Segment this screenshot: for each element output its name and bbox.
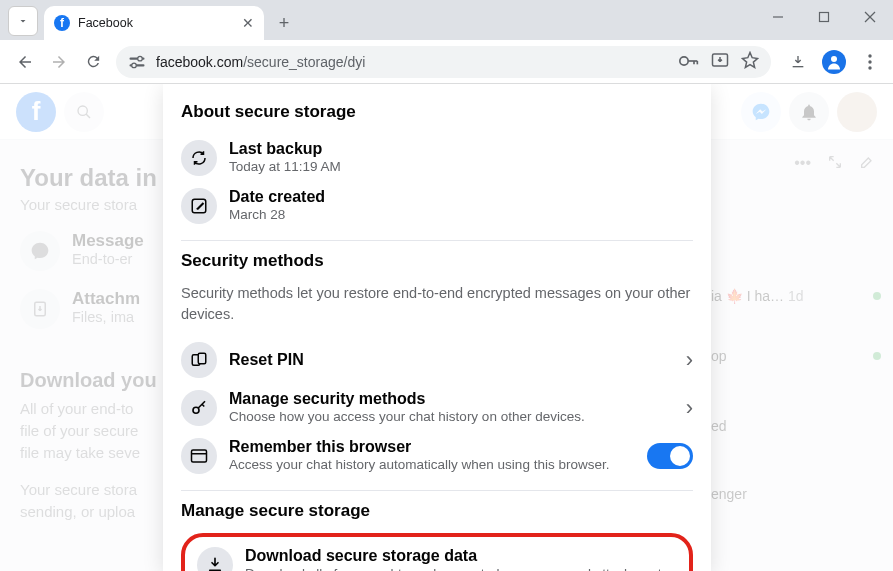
tab-search-button[interactable] (8, 6, 38, 36)
remember-browser-toggle[interactable] (647, 443, 693, 469)
security-methods-heading: Security methods (181, 251, 693, 271)
window-minimize-button[interactable] (755, 0, 801, 34)
remember-browser-row: Remember this browser Access your chat h… (181, 432, 693, 480)
more-icon[interactable]: ••• (794, 154, 811, 174)
messenger-icon (20, 231, 60, 271)
svg-line-26 (202, 404, 204, 406)
window-controls (755, 0, 893, 34)
contact-row[interactable]: op (711, 342, 881, 370)
site-settings-icon[interactable] (128, 55, 146, 69)
contact-row[interactable]: ia 🍁 I ha… 1d (711, 282, 881, 310)
url-text: facebook.com/secure_storage/dyi (156, 54, 365, 70)
key-icon (181, 390, 217, 426)
svg-rect-1 (820, 13, 829, 22)
about-heading: About secure storage (181, 102, 693, 122)
svg-point-18 (78, 106, 87, 115)
install-app-icon[interactable] (711, 52, 729, 72)
devices-icon (181, 342, 217, 378)
attachment-icon (20, 289, 60, 329)
tab-title: Facebook (78, 16, 236, 30)
downloads-button[interactable] (783, 47, 813, 77)
compose-icon[interactable] (859, 154, 875, 174)
messenger-button[interactable] (741, 92, 781, 132)
manage-storage-heading: Manage secure storage (181, 501, 693, 521)
svg-line-19 (86, 114, 90, 118)
download-icon (197, 547, 233, 571)
date-created-row: Date created March 28 (181, 182, 693, 230)
manage-security-methods-row[interactable]: Manage security methods Choose how you a… (181, 384, 693, 432)
contact-row[interactable]: ed (711, 412, 881, 440)
reset-pin-row[interactable]: Reset PIN › (181, 336, 693, 384)
svg-point-17 (868, 66, 871, 69)
svg-point-8 (680, 56, 688, 64)
svg-point-24 (193, 407, 199, 413)
address-bar[interactable]: facebook.com/secure_storage/dyi (116, 46, 771, 78)
facebook-search-button[interactable] (64, 92, 104, 132)
nav-reload-button[interactable] (76, 45, 110, 79)
bookmark-star-icon[interactable] (741, 51, 759, 73)
browser-toolbar: facebook.com/secure_storage/dyi (0, 40, 893, 84)
svg-point-7 (132, 63, 137, 68)
svg-rect-27 (192, 450, 207, 462)
last-backup-row: Last backup Today at 11:19 AM (181, 134, 693, 182)
contact-row[interactable]: enger (711, 480, 881, 508)
download-secure-storage-row[interactable]: Download secure storage data Download al… (181, 533, 693, 571)
chevron-right-icon: › (686, 347, 693, 373)
chevron-right-icon: › (686, 395, 693, 421)
expand-icon[interactable] (827, 154, 843, 174)
browser-tab-active[interactable]: f Facebook ✕ (44, 6, 264, 40)
nav-back-button[interactable] (8, 45, 42, 79)
security-methods-description: Security methods let you restore end-to-… (181, 283, 693, 324)
refresh-icon (181, 140, 217, 176)
profile-button[interactable] (819, 47, 849, 77)
edit-icon (181, 188, 217, 224)
window-close-button[interactable] (847, 0, 893, 34)
facebook-favicon: f (54, 15, 70, 31)
facebook-logo[interactable]: f (16, 92, 56, 132)
chrome-menu-button[interactable] (855, 47, 885, 77)
svg-point-14 (831, 56, 837, 62)
new-tab-button[interactable]: + (270, 9, 298, 37)
svg-rect-23 (198, 353, 206, 364)
secure-storage-panel: About secure storage Last backup Today a… (163, 84, 711, 571)
nav-forward-button[interactable] (42, 45, 76, 79)
svg-point-6 (138, 56, 143, 61)
tab-close-button[interactable]: ✕ (242, 15, 254, 31)
svg-point-15 (868, 54, 871, 57)
chevron-down-icon (17, 15, 29, 27)
window-maximize-button[interactable] (801, 0, 847, 34)
profile-avatar[interactable] (837, 92, 877, 132)
key-icon[interactable] (679, 53, 699, 71)
notifications-button[interactable] (789, 92, 829, 132)
svg-point-16 (868, 60, 871, 63)
browser-icon (181, 438, 217, 474)
